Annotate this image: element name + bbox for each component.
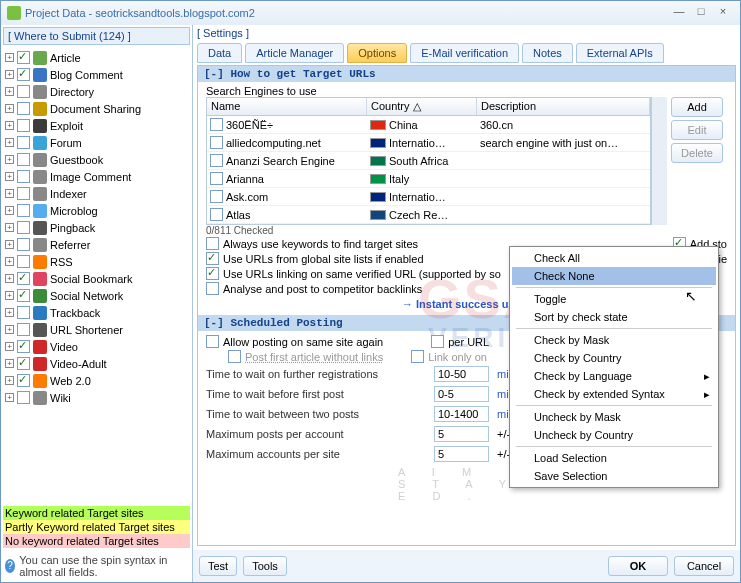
value-input[interactable]: [434, 366, 489, 382]
add-button[interactable]: Add: [671, 97, 723, 117]
category-item[interactable]: +Video: [5, 338, 188, 355]
menu-check-none[interactable]: Check None: [512, 267, 716, 285]
category-checkbox[interactable]: [17, 357, 30, 370]
menu-check-all[interactable]: Check All: [512, 249, 716, 267]
category-checkbox[interactable]: [17, 238, 30, 251]
category-checkbox[interactable]: [17, 119, 30, 132]
tab-notes[interactable]: Notes: [522, 43, 573, 63]
category-checkbox[interactable]: [17, 153, 30, 166]
menu-uncheck-by-country[interactable]: Uncheck by Country: [512, 426, 716, 444]
row-checkbox[interactable]: [210, 208, 223, 221]
category-checkbox[interactable]: [17, 204, 30, 217]
category-item[interactable]: +URL Shortener: [5, 321, 188, 338]
row-checkbox[interactable]: [210, 190, 223, 203]
col-name[interactable]: Name: [207, 98, 367, 115]
expand-icon[interactable]: +: [5, 291, 14, 300]
table-scrollbar[interactable]: [651, 97, 667, 225]
category-item[interactable]: +Article: [5, 49, 188, 66]
expand-icon[interactable]: +: [5, 104, 14, 113]
row-checkbox[interactable]: [210, 118, 223, 131]
edit-button[interactable]: Edit: [671, 120, 723, 140]
table-row[interactable]: Ask.comInternatio…: [207, 188, 650, 206]
value-input[interactable]: [434, 446, 489, 462]
row-checkbox[interactable]: [210, 172, 223, 185]
category-item[interactable]: +Referrer: [5, 236, 188, 253]
row-checkbox[interactable]: [210, 154, 223, 167]
category-checkbox[interactable]: [17, 221, 30, 234]
menu-uncheck-by-mask[interactable]: Uncheck by Mask: [512, 408, 716, 426]
minimize-button[interactable]: —: [668, 5, 690, 21]
expand-icon[interactable]: +: [5, 189, 14, 198]
test-button[interactable]: Test: [199, 556, 237, 576]
category-item[interactable]: +Directory: [5, 83, 188, 100]
expand-icon[interactable]: +: [5, 325, 14, 334]
expand-icon[interactable]: +: [5, 121, 14, 130]
category-checkbox[interactable]: [17, 170, 30, 183]
value-input[interactable]: [434, 406, 489, 422]
expand-icon[interactable]: +: [5, 155, 14, 164]
menu-check-by-extended-syntax[interactable]: Check by extended Syntax▸: [512, 385, 716, 403]
col-description[interactable]: Description: [477, 98, 650, 115]
tab-e-mail-verification[interactable]: E-Mail verification: [410, 43, 519, 63]
search-engine-table[interactable]: Name Country △ Description 360ËÑË÷China3…: [206, 97, 651, 225]
category-item[interactable]: +Exploit: [5, 117, 188, 134]
category-item[interactable]: +Document Sharing: [5, 100, 188, 117]
tab-data[interactable]: Data: [197, 43, 242, 63]
category-item[interactable]: +Image Comment: [5, 168, 188, 185]
kw-checkbox[interactable]: [206, 237, 219, 250]
value-input[interactable]: [434, 426, 489, 442]
category-item[interactable]: +RSS: [5, 253, 188, 270]
category-checkbox[interactable]: [17, 323, 30, 336]
category-item[interactable]: +Pingback: [5, 219, 188, 236]
category-item[interactable]: +Social Bookmark: [5, 270, 188, 287]
tab-options[interactable]: Options: [347, 43, 407, 63]
category-checkbox[interactable]: [17, 374, 30, 387]
global-checkbox[interactable]: [206, 252, 219, 265]
table-row[interactable]: AtlasCzech Re…: [207, 206, 650, 224]
category-item[interactable]: +Video-Adult: [5, 355, 188, 372]
table-row[interactable]: Ananzi Search EngineSouth Africa: [207, 152, 650, 170]
competitor-checkbox[interactable]: [206, 282, 219, 295]
category-item[interactable]: +Microblog: [5, 202, 188, 219]
col-country[interactable]: Country △: [367, 98, 477, 115]
category-checkbox[interactable]: [17, 306, 30, 319]
sameurl-checkbox[interactable]: [206, 267, 219, 280]
allow-same-site-checkbox[interactable]: [206, 335, 219, 348]
category-checkbox[interactable]: [17, 340, 30, 353]
expand-icon[interactable]: +: [5, 342, 14, 351]
expand-icon[interactable]: +: [5, 308, 14, 317]
category-item[interactable]: +Indexer: [5, 185, 188, 202]
expand-icon[interactable]: +: [5, 53, 14, 62]
table-row[interactable]: AriannaItaly: [207, 170, 650, 188]
row-checkbox[interactable]: [210, 136, 223, 149]
category-item[interactable]: +Guestbook: [5, 151, 188, 168]
category-checkbox[interactable]: [17, 187, 30, 200]
expand-icon[interactable]: +: [5, 206, 14, 215]
category-checkbox[interactable]: [17, 391, 30, 404]
category-item[interactable]: +Wiki: [5, 389, 188, 406]
expand-icon[interactable]: +: [5, 393, 14, 402]
delete-button[interactable]: Delete: [671, 143, 723, 163]
menu-check-by-mask[interactable]: Check by Mask: [512, 331, 716, 349]
expand-icon[interactable]: +: [5, 223, 14, 232]
category-checkbox[interactable]: [17, 51, 30, 64]
expand-icon[interactable]: +: [5, 87, 14, 96]
expand-icon[interactable]: +: [5, 359, 14, 368]
table-row[interactable]: 360ËÑË÷China360.cn: [207, 116, 650, 134]
postfirst-checkbox[interactable]: [228, 350, 241, 363]
category-checkbox[interactable]: [17, 85, 30, 98]
menu-load-selection[interactable]: Load Selection: [512, 449, 716, 467]
linkonly-checkbox[interactable]: [411, 350, 424, 363]
category-checkbox[interactable]: [17, 255, 30, 268]
menu-save-selection[interactable]: Save Selection: [512, 467, 716, 485]
menu-check-by-country[interactable]: Check by Country: [512, 349, 716, 367]
category-checkbox[interactable]: [17, 102, 30, 115]
menu-check-by-language[interactable]: Check by Language▸: [512, 367, 716, 385]
category-item[interactable]: +Social Network: [5, 287, 188, 304]
close-button[interactable]: ×: [712, 5, 734, 21]
cancel-button[interactable]: Cancel: [674, 556, 734, 576]
category-item[interactable]: +Blog Comment: [5, 66, 188, 83]
category-item[interactable]: +Trackback: [5, 304, 188, 321]
tools-button[interactable]: Tools: [243, 556, 287, 576]
menu-sort-by-check-state[interactable]: Sort by check state: [512, 308, 716, 326]
